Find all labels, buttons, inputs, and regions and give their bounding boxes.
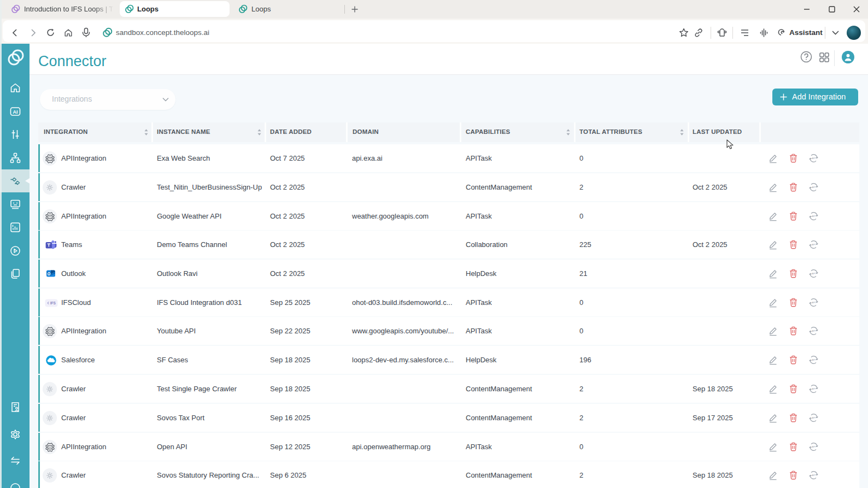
svg-text:API: API — [812, 157, 815, 160]
svg-text:API: API — [812, 387, 815, 390]
svg-text:API: API — [812, 272, 815, 275]
svg-text:API: API — [812, 474, 815, 477]
svg-text:IFS: IFS — [50, 301, 56, 305]
svg-text:AI: AI — [13, 109, 18, 115]
svg-text:API: API — [812, 243, 815, 246]
svg-text:API: API — [812, 445, 815, 448]
svg-text:API: API — [812, 330, 815, 332]
svg-text:API: API — [812, 416, 815, 419]
svg-text:API: API — [812, 215, 815, 217]
svg-text:API: API — [812, 301, 815, 304]
svg-text:API: API — [812, 186, 815, 189]
svg-text:API: API — [812, 358, 815, 361]
